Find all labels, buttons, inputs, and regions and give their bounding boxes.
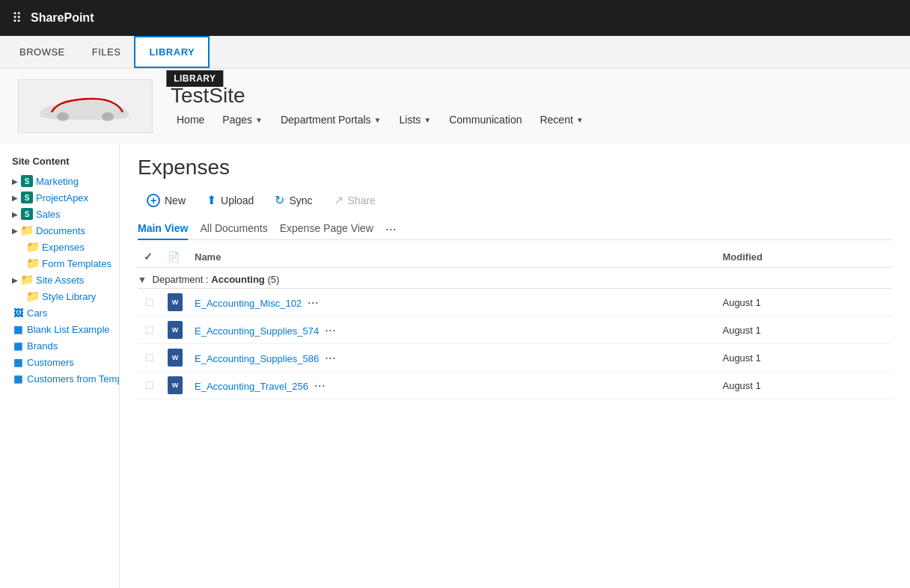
group-chevron[interactable]: ▼ (138, 275, 147, 285)
site-logo (18, 79, 153, 133)
expenses-folder-icon: 📁 (27, 241, 39, 253)
docs-pane: Expenses + New ⬆ Upload ↻ Sync ↗ Share M… (120, 144, 910, 588)
row-modified: August 1 (716, 316, 892, 344)
row-modified: August 1 (716, 344, 892, 372)
doc-name-link[interactable]: E_Accounting_Supplies_574 (195, 325, 319, 337)
sidebar-item-brands[interactable]: ▦ Brands (12, 337, 119, 354)
nav-recent[interactable]: Recent ▼ (534, 111, 589, 129)
site-header: TestSite Home Pages ▼ Department Portals… (0, 69, 910, 144)
documents-chevron: ▶ (12, 227, 18, 235)
row-more-button[interactable]: ··· (311, 378, 329, 393)
word-doc-icon: W (168, 293, 183, 311)
row-icon: W (162, 372, 189, 399)
upload-button[interactable]: ⬆ Upload (198, 189, 263, 212)
marketing-chevron: ▶ (12, 177, 18, 186)
doc-name-link[interactable]: E_Accounting_Travel_256 (195, 381, 308, 392)
new-icon: + (147, 194, 160, 207)
row-check[interactable]: ☐ (138, 372, 162, 399)
main-content: Site Content ▶ S Marketing ▶ S ProjectAp… (0, 144, 910, 588)
row-modified: August 1 (716, 289, 892, 316)
col-check: ✓ (138, 246, 162, 268)
sidebar-item-expenses[interactable]: 📁 Expenses (12, 239, 119, 255)
view-tab-more-button[interactable]: ··· (385, 222, 397, 236)
dept-portals-chevron: ▼ (374, 116, 382, 124)
siteassets-folder-icon: 📁 (21, 274, 33, 286)
table-row: ☐ W E_Accounting_Supplies_574 ··· August… (138, 316, 892, 344)
upload-icon: ⬆ (207, 193, 216, 207)
nav-department-portals[interactable]: Department Portals ▼ (275, 111, 388, 129)
tab-library[interactable]: LIBRARY Library (134, 36, 210, 68)
col-icon: 📄 (162, 246, 189, 268)
tab-bar: BROWSE FILES LIBRARY Library (0, 36, 910, 69)
new-button[interactable]: + New (138, 189, 195, 212)
group-dept-label: Department (153, 274, 204, 285)
sync-icon: ↻ (275, 193, 284, 207)
docs-toolbar: + New ⬆ Upload ↻ Sync ↗ Share (138, 189, 892, 212)
row-more-button[interactable]: ··· (305, 295, 322, 310)
sidebar-item-formtemplates[interactable]: 📁 Form Templates (12, 255, 119, 272)
nav-communication[interactable]: Communication (443, 111, 528, 129)
sidebar-item-siteassets[interactable]: ▶ 📁 Site Assets (12, 272, 119, 288)
sidebar-item-sales[interactable]: ▶ S Sales (12, 206, 119, 222)
svg-point-2 (102, 112, 114, 121)
logo-svg (25, 84, 145, 129)
brands-icon: ▦ (12, 340, 24, 352)
tab-browse[interactable]: BROWSE (6, 36, 79, 68)
doc-name-link[interactable]: E_Accounting_Misc_102 (195, 298, 302, 309)
view-tabs: Main View All Documents Expense Page Vie… (138, 218, 892, 240)
group-count: (5) (267, 274, 279, 285)
share-icon: ↗ (334, 193, 343, 207)
doc-name-link[interactable]: E_Accounting_Supplies_586 (195, 353, 319, 364)
sidebar-item-customersfromtemplate[interactable]: ▦ Customers from Template (12, 370, 119, 387)
top-bar: ⠿ SharePoint (0, 0, 910, 36)
sidebar-item-marketing[interactable]: ▶ S Marketing (12, 173, 119, 189)
app-title: SharePoint (31, 11, 94, 25)
row-name: E_Accounting_Misc_102 ··· (189, 289, 716, 316)
lists-chevron: ▼ (424, 116, 431, 124)
sidebar: Site Content ▶ S Marketing ▶ S ProjectAp… (0, 144, 120, 588)
nav-pages[interactable]: Pages ▼ (216, 111, 269, 129)
view-tab-alldocuments[interactable]: All Documents (200, 218, 267, 240)
formtemplates-folder-icon: 📁 (27, 257, 39, 269)
sync-button[interactable]: ↻ Sync (266, 189, 321, 212)
sidebar-item-stylelibrary[interactable]: 📁 Style Library (12, 288, 119, 304)
nav-lists[interactable]: Lists ▼ (393, 111, 437, 129)
row-more-button[interactable]: ··· (322, 350, 339, 366)
word-doc-icon: W (168, 349, 183, 367)
row-icon: W (162, 344, 189, 372)
share-button[interactable]: ↗ Share (325, 189, 385, 212)
tab-files[interactable]: FILES (79, 36, 135, 68)
sidebar-item-documents[interactable]: ▶ 📁 Documents (12, 222, 119, 239)
row-check[interactable]: ☐ (138, 316, 162, 344)
pages-chevron: ▼ (255, 116, 263, 124)
waffle-icon[interactable]: ⠿ (12, 10, 22, 26)
sidebar-item-cars[interactable]: 🖼 Cars (12, 304, 119, 321)
group-dept-value: Accounting (211, 274, 265, 285)
group-header-accounting: ▼ Department : Accounting (5) (138, 268, 892, 289)
nav-home[interactable]: Home (171, 111, 210, 129)
recent-chevron: ▼ (576, 116, 584, 124)
sidebar-item-blanklistexample[interactable]: ▦ Blank List Example (12, 321, 119, 337)
row-modified: August 1 (716, 372, 892, 399)
sidebar-item-customers[interactable]: ▦ Customers (12, 354, 119, 370)
row-name: E_Accounting_Travel_256 ··· (189, 372, 716, 399)
site-info: TestSite Home Pages ▼ Department Portals… (171, 84, 590, 129)
siteassets-chevron: ▶ (12, 276, 18, 284)
row-check[interactable]: ☐ (138, 289, 162, 316)
svg-point-1 (57, 112, 69, 121)
site-name: TestSite (171, 84, 590, 108)
view-tab-mainview[interactable]: Main View (138, 218, 188, 240)
view-tab-expensepageview[interactable]: Expense Page View (280, 218, 373, 240)
projectapex-chevron: ▶ (12, 194, 18, 202)
row-check[interactable]: ☐ (138, 344, 162, 372)
table-row: ☐ W E_Accounting_Misc_102 ··· August 1 (138, 289, 892, 316)
customersfromtemplate-icon: ▦ (12, 373, 24, 385)
sidebar-section-title: Site Content (12, 156, 119, 167)
table-row: ☐ W E_Accounting_Supplies_586 ··· August… (138, 344, 892, 372)
row-more-button[interactable]: ··· (322, 322, 339, 338)
row-name: E_Accounting_Supplies_586 ··· (189, 344, 716, 372)
blanklistexample-icon: ▦ (12, 323, 24, 335)
sidebar-item-projectapex[interactable]: ▶ S ProjectApex (12, 189, 119, 206)
row-name: E_Accounting_Supplies_574 ··· (189, 316, 716, 344)
customers-icon: ▦ (12, 356, 24, 368)
